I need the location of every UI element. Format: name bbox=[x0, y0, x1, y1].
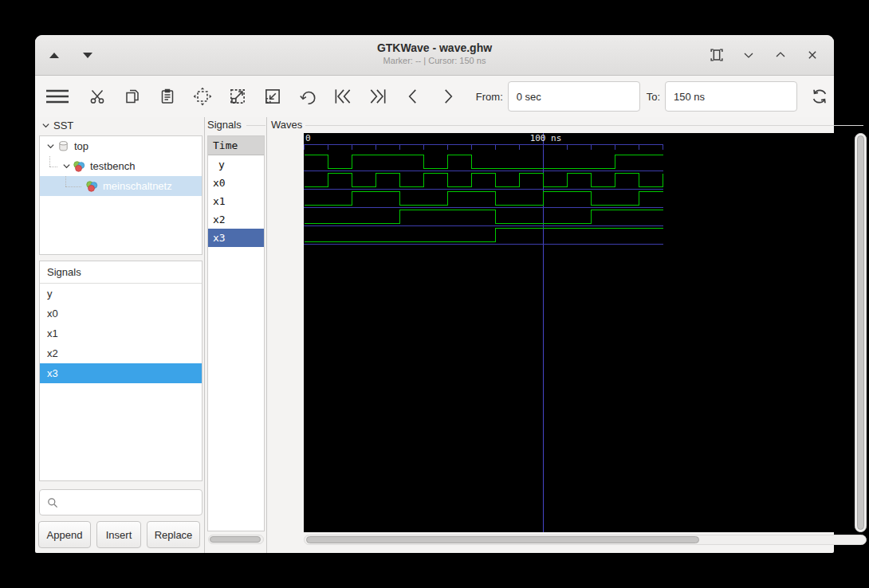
minimize-icon[interactable] bbox=[738, 45, 759, 65]
tree-item-label: testbench bbox=[90, 160, 135, 172]
append-button[interactable]: Append bbox=[38, 521, 91, 548]
from-value: 0 sec bbox=[517, 91, 541, 103]
wave-names-list: Time y x0 x1 x2 x3 bbox=[207, 135, 265, 531]
close-icon[interactable] bbox=[802, 45, 823, 65]
zoom-fit-icon[interactable] bbox=[189, 82, 216, 111]
names-frame-label: Signals bbox=[207, 119, 244, 131]
signal-list-item-x3[interactable]: x3 bbox=[40, 363, 202, 383]
replace-button[interactable]: Replace bbox=[147, 521, 200, 548]
waves-pane: Waves 0100 ns bbox=[267, 117, 834, 553]
tree-item-top[interactable]: top bbox=[40, 136, 202, 156]
wave-names-column: Signals Time y x0 x1 x2 x3 bbox=[205, 117, 266, 553]
paste-icon[interactable] bbox=[154, 82, 181, 111]
signal-list-item-y[interactable]: y bbox=[40, 284, 202, 304]
sst-tree: top testbench bbox=[39, 135, 203, 255]
names-hscrollbar[interactable] bbox=[208, 535, 264, 544]
from-label: From: bbox=[476, 91, 503, 103]
maximize-icon[interactable] bbox=[770, 45, 791, 65]
fit-window-icon[interactable] bbox=[706, 45, 727, 65]
menu-icon[interactable] bbox=[44, 82, 71, 111]
tree-item-label: top bbox=[74, 140, 88, 152]
sst-expander[interactable]: SST bbox=[41, 118, 73, 132]
main-content: SST top bbox=[35, 117, 834, 553]
waves-canvas[interactable]: 0100 ns bbox=[304, 133, 852, 532]
sst-panel: SST top bbox=[35, 117, 204, 553]
go-to-start-icon[interactable] bbox=[329, 82, 356, 111]
signal-list-item-x0[interactable]: x0 bbox=[40, 304, 202, 323]
tree-item-testbench[interactable]: testbench bbox=[40, 156, 202, 176]
chevron-down-icon bbox=[41, 121, 50, 130]
waves-hscrollbar[interactable] bbox=[304, 535, 867, 545]
wave-name-x3[interactable]: x3 bbox=[208, 229, 264, 247]
to-label: To: bbox=[647, 91, 660, 103]
step-right-icon[interactable] bbox=[434, 82, 462, 111]
tree-item-meinschaltnetz[interactable]: meinschaltnetz bbox=[40, 176, 202, 196]
signal-search-results: Signals y x0 x1 x2 x3 bbox=[39, 261, 203, 481]
signals-list-header: Signals bbox=[40, 261, 202, 284]
module-icon bbox=[72, 160, 86, 173]
wave-name-y[interactable]: y bbox=[208, 155, 264, 174]
waves-svg: 0100 ns bbox=[304, 133, 852, 532]
go-to-end-icon[interactable] bbox=[364, 82, 391, 111]
wave-name-x2[interactable]: x2 bbox=[208, 210, 264, 229]
chevron-down-icon[interactable] bbox=[45, 141, 56, 152]
svg-text:0: 0 bbox=[305, 133, 311, 143]
waves-vscrollbar[interactable] bbox=[855, 133, 867, 532]
time-header[interactable]: Time bbox=[208, 136, 264, 155]
waves-frame-label: Waves bbox=[271, 119, 305, 131]
wave-name-x1[interactable]: x1 bbox=[208, 192, 264, 210]
zoom-out-icon[interactable] bbox=[259, 82, 286, 111]
chevron-down-icon[interactable] bbox=[61, 161, 72, 172]
svg-text:100 ns: 100 ns bbox=[530, 133, 562, 143]
sst-label: SST bbox=[53, 120, 73, 131]
search-icon bbox=[46, 496, 59, 509]
to-value: 150 ns bbox=[674, 91, 705, 103]
module-icon bbox=[85, 180, 99, 193]
gtkwave-window: GTKWave - wave.ghw Marker: -- | Cursor: … bbox=[35, 35, 834, 553]
zoom-in-icon[interactable] bbox=[224, 82, 251, 111]
toolbar: From: 0 sec To: 150 ns bbox=[35, 76, 834, 117]
wave-name-x0[interactable]: x0 bbox=[208, 174, 264, 192]
tree-item-label: meinschaltnetz bbox=[103, 180, 172, 192]
cut-icon[interactable] bbox=[84, 82, 111, 111]
reload-icon[interactable] bbox=[805, 82, 834, 111]
from-input[interactable]: 0 sec bbox=[508, 81, 640, 112]
signal-search-input[interactable] bbox=[39, 489, 203, 515]
copy-icon[interactable] bbox=[119, 82, 146, 111]
undo-icon[interactable] bbox=[294, 82, 321, 111]
cylinder-icon bbox=[56, 140, 70, 153]
insert-button[interactable]: Insert bbox=[96, 521, 141, 548]
signal-list-item-x1[interactable]: x1 bbox=[40, 323, 202, 343]
titlebar[interactable]: GTKWave - wave.ghw Marker: -- | Cursor: … bbox=[35, 35, 834, 76]
step-left-icon[interactable] bbox=[399, 82, 427, 111]
signal-list-item-x2[interactable]: x2 bbox=[40, 343, 202, 363]
to-input[interactable]: 150 ns bbox=[665, 81, 797, 112]
